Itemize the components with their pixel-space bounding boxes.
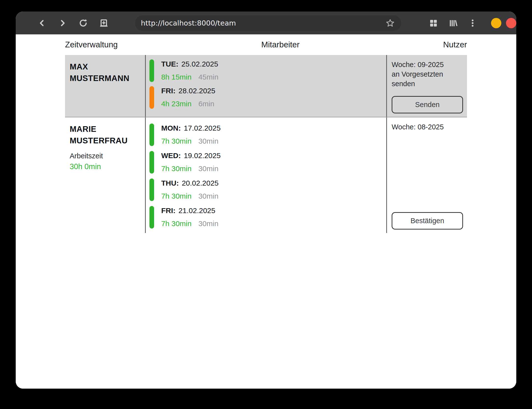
entry-worked-time: 7h 30min [161,192,191,200]
url-input[interactable]: http://localhost:8000/team [141,19,386,27]
nav-item-zeitverwaltung[interactable]: Zeitverwaltung [65,40,118,49]
bestaetigen-button[interactable]: Bestätigen [392,212,463,230]
time-entry: FRI:28.02.2025 4h 23min6min [149,86,386,109]
time-entry: FRI:21.02.2025 7h 30min30min [149,206,386,229]
entry-break-time: 30min [198,219,218,228]
week-title: Woche: 09-2025 [392,60,463,69]
entry-day-line: FRI:21.02.2025 [161,206,218,215]
page-content: Zeitverwaltung Mitarbeiter Nutzer MAX MU… [65,34,467,233]
entry-day-line: FRI:28.02.2025 [161,87,215,95]
name-cell: MAX MUSTERMANN [65,55,145,117]
entry-worked-time: 8h 15min [161,73,191,81]
browser-window: http://localhost:8000/team [16,12,516,389]
entry-status-pill [149,178,154,201]
close-button[interactable] [506,18,516,28]
employee-last-name: MUSTERMANN [70,72,143,84]
table-row-max-mustermann: MAX MUSTERMANN TUE:25.02.2025 8h 15 [65,55,467,117]
forward-icon[interactable] [58,18,67,28]
name-cell: MARIE MUSTERFRAU Arbeitszeit 30h 0min [65,117,145,233]
entry-break-time: 30min [198,164,218,173]
week-cell: Woche: 09-2025 an Vorgesetzten senden Se… [386,55,467,117]
entry-day: FRI: [161,87,175,95]
entry-date: 19.02.2025 [184,151,221,160]
entry-worked-time: 7h 30min [161,137,191,145]
apps-grid-icon[interactable] [429,18,438,28]
entry-status-pill [149,123,154,146]
time-entry: WED:19.02.2025 7h 30min30min [149,151,386,174]
entry-date: 28.02.2025 [178,87,215,95]
entry-date: 25.02.2025 [181,60,218,68]
entry-text: MON:17.02.2025 7h 30min30min [161,123,221,146]
entry-day-line: THU:20.02.2025 [161,179,219,187]
top-nav: Zeitverwaltung Mitarbeiter Nutzer [65,34,467,55]
employee-table: MAX MUSTERMANN TUE:25.02.2025 8h 15 [65,55,467,233]
employee-last-name: MUSTERFRAU [70,135,143,146]
entry-day: MON: [161,124,181,132]
entry-day-line: TUE:25.02.2025 [161,60,218,68]
week-subtitle: an Vorgesetzten senden [392,69,458,89]
window-controls [491,18,516,28]
nav-item-nutzer[interactable]: Nutzer [443,40,467,49]
entry-time-line: 8h 15min45min [161,73,218,81]
entry-text: WED:19.02.2025 7h 30min30min [161,151,221,174]
entry-break-time: 30min [198,192,218,200]
entry-time-line: 7h 30min30min [161,192,219,200]
toolbar-right-group [429,18,477,28]
entry-day-line: MON:17.02.2025 [161,124,221,132]
entry-day: THU: [161,179,179,187]
entry-time-line: 7h 30min30min [161,164,221,173]
time-entry: THU:20.02.2025 7h 30min30min [149,178,386,201]
entry-worked-time: 7h 30min [161,219,191,228]
entry-status-pill [149,86,154,109]
employee-first-name: MAX [70,61,143,72]
entry-status-pill [149,206,154,229]
entry-day: WED: [161,151,181,160]
library-icon[interactable] [448,18,458,28]
bookmark-star-icon[interactable] [386,18,395,28]
entry-text: FRI:28.02.2025 4h 23min6min [161,86,215,109]
url-bar[interactable]: http://localhost:8000/team [135,15,401,31]
browser-toolbar: http://localhost:8000/team [16,12,516,34]
entry-worked-time: 7h 30min [161,164,191,173]
nav-item-mitarbeiter[interactable]: Mitarbeiter [261,40,300,49]
entry-worked-time: 4h 23min [161,100,191,108]
entry-date: 17.02.2025 [184,124,221,132]
entry-date: 21.02.2025 [178,206,215,215]
entry-break-time: 6min [198,100,214,108]
worktime-label: Arbeitszeit [70,152,143,160]
week-title: Woche: 08-2025 [392,122,463,132]
employee-first-name: MARIE [70,123,143,135]
time-entry: TUE:25.02.2025 8h 15min45min [149,59,386,82]
entry-time-line: 7h 30min30min [161,137,221,145]
minimize-button[interactable] [491,18,501,28]
entry-date: 20.02.2025 [182,179,219,187]
worktime-value: 30h 0min [70,162,143,171]
entry-break-time: 45min [198,73,218,81]
table-row-marie-musterfrau: MARIE MUSTERFRAU Arbeitszeit 30h 0min MO… [65,117,467,233]
entry-day-line: WED:19.02.2025 [161,151,221,160]
entry-day: FRI: [161,206,175,215]
entry-text: FRI:21.02.2025 7h 30min30min [161,206,218,229]
page-team: Zeitverwaltung Mitarbeiter Nutzer MAX MU… [16,34,516,389]
time-entry: MON:17.02.2025 7h 30min30min [149,123,386,146]
entry-time-line: 7h 30min30min [161,219,218,228]
entry-day: TUE: [161,60,178,68]
entry-break-time: 30min [198,137,218,145]
entry-status-pill [149,59,154,82]
entries-cell: TUE:25.02.2025 8h 15min45min [145,55,386,117]
entries-cell: MON:17.02.2025 7h 30min30min [145,117,386,233]
entry-time-line: 4h 23min6min [161,100,215,108]
new-tab-icon[interactable] [99,18,108,28]
menu-kebab-icon[interactable] [468,18,477,28]
entry-text: TUE:25.02.2025 8h 15min45min [161,59,218,82]
entry-status-pill [149,151,154,174]
toolbar-nav-group [37,18,108,28]
senden-button[interactable]: Senden [392,96,463,113]
back-icon[interactable] [37,18,47,28]
entry-text: THU:20.02.2025 7h 30min30min [161,178,219,201]
reload-icon[interactable] [79,18,88,28]
week-cell: Woche: 08-2025 Bestätigen [386,117,467,233]
